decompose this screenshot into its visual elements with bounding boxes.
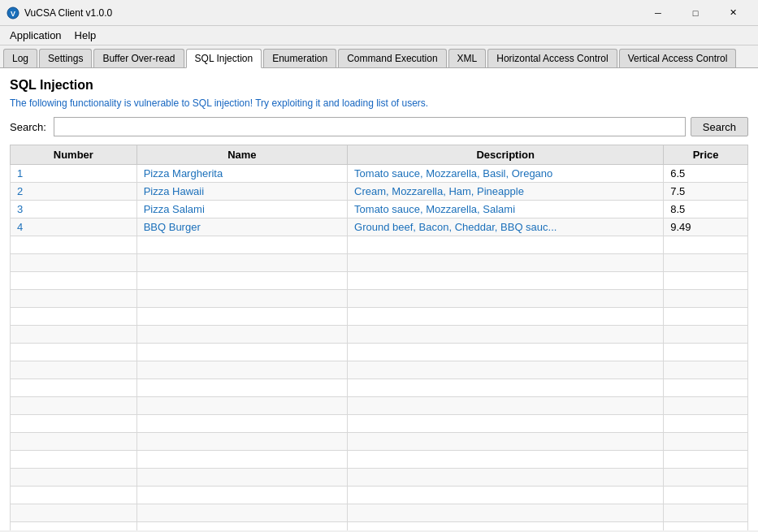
empty-table-row — [11, 254, 748, 272]
empty-cell — [664, 361, 748, 379]
table-row: 1 Pizza Margherita Tomato sauce, Mozzare… — [11, 165, 748, 183]
search-button[interactable]: Search — [691, 117, 748, 136]
empty-table-row — [11, 272, 748, 290]
empty-cell — [136, 326, 347, 344]
empty-cell — [136, 487, 347, 504]
empty-cell — [664, 397, 748, 415]
maximize-button[interactable]: □ — [677, 0, 714, 26]
number-link[interactable]: 1 — [17, 167, 23, 179]
tab-buffer-overread[interactable]: Buffer Over-read — [93, 49, 184, 67]
title-bar: V VuCSA Client v1.0.0 ─ □ ✕ — [0, 0, 758, 26]
tab-log[interactable]: Log — [3, 49, 37, 67]
empty-cell — [664, 487, 748, 504]
menu-application[interactable]: Application — [3, 28, 68, 43]
empty-cell — [664, 326, 748, 344]
page-subtitle: The following functionality is vulnerabl… — [10, 97, 748, 109]
empty-cell — [664, 290, 748, 308]
empty-cell — [11, 290, 137, 308]
tab-sql-injection[interactable]: SQL Injection — [186, 49, 262, 68]
cell-description: Cream, Mozzarella, Ham, Pineapple — [348, 183, 664, 201]
empty-cell — [348, 361, 664, 379]
number-link[interactable]: 3 — [17, 203, 23, 215]
tab-settings[interactable]: Settings — [39, 49, 92, 67]
number-link[interactable]: 2 — [17, 185, 23, 197]
empty-cell — [11, 379, 137, 397]
empty-cell — [11, 272, 137, 290]
tab-bar: Log Settings Buffer Over-read SQL Inject… — [0, 45, 758, 68]
col-header-description: Description — [348, 145, 664, 165]
empty-cell — [136, 308, 347, 326]
empty-cell — [664, 504, 748, 522]
cell-number: 3 — [11, 201, 137, 218]
empty-table-row — [11, 379, 748, 397]
empty-cell — [348, 504, 664, 522]
name-link[interactable]: Pizza Margherita — [144, 167, 223, 179]
empty-cell — [348, 308, 664, 326]
empty-table-row — [11, 487, 748, 504]
col-header-name: Name — [136, 145, 347, 165]
svg-text:V: V — [11, 10, 15, 18]
page-title: SQL Injection — [10, 78, 748, 93]
empty-table-row — [11, 397, 748, 415]
col-header-number: Number — [11, 145, 137, 165]
table-header-row: Number Name Description Price — [11, 145, 748, 165]
empty-cell — [664, 308, 748, 326]
menu-help[interactable]: Help — [68, 28, 103, 43]
empty-cell — [136, 451, 347, 469]
cell-name: BBQ Burger — [136, 218, 347, 236]
empty-cell — [11, 522, 137, 531]
cell-name: Pizza Margherita — [136, 165, 347, 183]
empty-cell — [136, 290, 347, 308]
empty-cell — [136, 344, 347, 361]
desc-link[interactable]: Tomato sauce, Mozzarella, Salami — [354, 203, 515, 215]
empty-cell — [664, 451, 748, 469]
tab-enumeration[interactable]: Enumeration — [263, 49, 336, 67]
cell-number: 1 — [11, 165, 137, 183]
empty-cell — [136, 272, 347, 290]
empty-table-row — [11, 308, 748, 326]
empty-cell — [348, 415, 664, 433]
empty-cell — [11, 451, 137, 469]
empty-cell — [136, 433, 347, 451]
search-input[interactable] — [54, 117, 686, 136]
cell-description: Tomato sauce, Mozzarella, Basil, Oregano — [348, 165, 664, 183]
table-row: 4 BBQ Burger Ground beef, Bacon, Cheddar… — [11, 218, 748, 236]
search-bar: Search: Search — [10, 117, 748, 136]
empty-table-row — [11, 290, 748, 308]
empty-table-row — [11, 522, 748, 531]
empty-cell — [348, 487, 664, 504]
tab-command-execution[interactable]: Command Execution — [338, 49, 446, 67]
desc-link[interactable]: Ground beef, Bacon, Cheddar, BBQ sauc... — [354, 221, 557, 233]
table-row: 3 Pizza Salami Tomato sauce, Mozzarella,… — [11, 201, 748, 218]
empty-cell — [136, 522, 347, 531]
desc-link[interactable]: Cream, Mozzarella, Ham, Pineapple — [354, 185, 524, 197]
empty-table-row — [11, 326, 748, 344]
tab-xml[interactable]: XML — [448, 49, 487, 67]
empty-cell — [348, 344, 664, 361]
empty-cell — [664, 379, 748, 397]
empty-cell — [664, 433, 748, 451]
name-link[interactable]: BBQ Burger — [144, 221, 201, 233]
empty-cell — [348, 290, 664, 308]
menu-bar: Application Help — [0, 26, 758, 45]
empty-cell — [348, 379, 664, 397]
name-link[interactable]: Pizza Salami — [144, 203, 205, 215]
empty-table-row — [11, 415, 748, 433]
number-link[interactable]: 4 — [17, 221, 23, 233]
tab-horizontal-access[interactable]: Horizontal Access Control — [487, 49, 617, 67]
empty-cell — [136, 415, 347, 433]
empty-cell — [348, 451, 664, 469]
empty-table-row — [11, 469, 748, 487]
close-button[interactable]: ✕ — [714, 0, 752, 26]
empty-cell — [136, 504, 347, 522]
empty-cell — [11, 433, 137, 451]
tab-vertical-access[interactable]: Vertical Access Control — [619, 49, 737, 67]
minimize-button[interactable]: ─ — [639, 0, 677, 26]
empty-cell — [664, 415, 748, 433]
desc-link[interactable]: Tomato sauce, Mozzarella, Basil, Oregano — [354, 167, 552, 179]
name-link[interactable]: Pizza Hawaii — [144, 185, 204, 197]
empty-cell — [11, 344, 137, 361]
empty-cell — [348, 326, 664, 344]
empty-cell — [664, 522, 748, 531]
empty-cell — [11, 504, 137, 522]
